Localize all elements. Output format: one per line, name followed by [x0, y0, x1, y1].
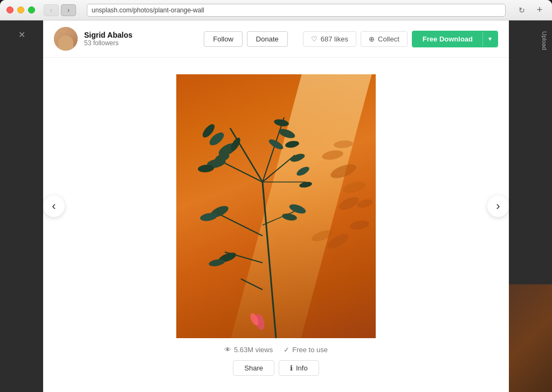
address-text: unsplash.com/photos/plant-orange-wall [92, 6, 204, 14]
info-label: Info [296, 364, 308, 372]
check-circle-icon: ✓ [284, 346, 289, 354]
info-icon: ℹ [290, 364, 293, 372]
photo-header: Sigrid Abalos 53 followers Follow Donate… [43, 20, 509, 58]
svg-point-19 [285, 139, 300, 148]
new-tab-button[interactable]: + [534, 4, 546, 16]
address-bar[interactable]: unsplash.com/photos/plant-orange-wall [87, 4, 506, 17]
svg-point-41 [356, 198, 374, 209]
next-photo-button[interactable]: › [487, 195, 509, 217]
svg-line-9 [241, 279, 263, 290]
share-label: Share [244, 364, 263, 372]
main-panel: Sigrid Abalos 53 followers Follow Donate… [43, 20, 509, 392]
svg-point-18 [267, 137, 285, 151]
forward-button[interactable]: › [61, 4, 76, 16]
svg-line-2 [263, 117, 284, 182]
chevron-down-icon: ▾ [488, 35, 492, 43]
free-download-button[interactable]: Free Download [413, 32, 482, 46]
svg-point-39 [321, 149, 344, 161]
upload-text: Upload [541, 31, 548, 50]
svg-point-29 [288, 202, 307, 215]
donate-button[interactable]: Donate [247, 31, 288, 47]
browser-window: ‹ › unsplash.com/photos/plant-orange-wal… [0, 0, 552, 392]
close-window-button[interactable] [6, 6, 13, 13]
content-area: ✕ ‹ Sigrid Abalos 53 followers Follow Do… [0, 20, 552, 392]
photo-footer: 👁 5.63M views ✓ Free to use Share [224, 346, 328, 376]
likes-button[interactable]: ♡ 687 likes [303, 31, 356, 47]
nav-buttons: ‹ › [44, 4, 76, 16]
left-sidebar: ✕ [0, 20, 43, 392]
svg-point-21 [295, 165, 311, 177]
views-count: 5.63M views [234, 346, 273, 354]
traffic-lights [6, 6, 35, 13]
plant-svg [176, 74, 376, 338]
sidebar-thumbnail [509, 284, 552, 392]
plus-circle-icon: ⊕ [369, 35, 375, 43]
user-info: Sigrid Abalos 53 followers [84, 31, 197, 47]
photo-actions: Share ℹ Info [233, 360, 319, 376]
user-name: Sigrid Abalos [84, 31, 197, 39]
prev-photo-button[interactable]: ‹ [43, 195, 65, 217]
svg-line-6 [219, 214, 263, 236]
minimize-window-button[interactable] [17, 6, 24, 13]
header-actions: Follow Donate ♡ 687 likes ⊕ Collect Free… [204, 31, 498, 47]
download-options-button[interactable]: ▾ [482, 32, 497, 46]
svg-point-34 [341, 179, 367, 195]
close-overlay-button[interactable]: ✕ [14, 27, 29, 42]
svg-point-20 [289, 152, 306, 163]
svg-point-40 [333, 139, 353, 149]
svg-point-17 [273, 118, 289, 127]
collect-button[interactable]: ⊕ Collect [361, 31, 408, 47]
svg-point-38 [310, 228, 333, 243]
prev-arrow-icon: ‹ [52, 199, 56, 213]
next-arrow-icon: › [496, 199, 500, 213]
follow-button[interactable]: Follow [204, 31, 243, 47]
eye-icon: 👁 [224, 346, 231, 354]
refresh-button[interactable]: ↻ [516, 5, 527, 16]
photo-meta: 👁 5.63M views ✓ Free to use [224, 346, 328, 354]
svg-line-0 [263, 182, 276, 338]
maximize-window-button[interactable] [28, 6, 35, 13]
likes-count: 687 likes [321, 35, 348, 43]
photo-container [176, 74, 376, 338]
avatar [54, 27, 78, 51]
heart-icon: ♡ [311, 35, 318, 43]
license-text: Free to use [292, 346, 328, 354]
photo-area: 👁 5.63M views ✓ Free to use Share [43, 58, 509, 392]
svg-point-35 [337, 194, 361, 212]
svg-point-33 [329, 162, 358, 181]
collect-label: Collect [378, 35, 399, 43]
svg-point-30 [281, 212, 298, 221]
download-group: Free Download ▾ [412, 31, 498, 47]
svg-point-36 [349, 219, 370, 230]
views-item: 👁 5.63M views [224, 346, 273, 354]
info-button[interactable]: ℹ Info [279, 360, 319, 376]
right-sidebar: Upload [509, 20, 552, 392]
share-button[interactable]: Share [233, 360, 274, 376]
photo-image [176, 74, 376, 338]
user-followers: 53 followers [84, 39, 197, 47]
license-item: ✓ Free to use [284, 346, 328, 354]
back-button[interactable]: ‹ [44, 4, 59, 16]
title-bar: ‹ › unsplash.com/photos/plant-orange-wal… [0, 0, 552, 20]
